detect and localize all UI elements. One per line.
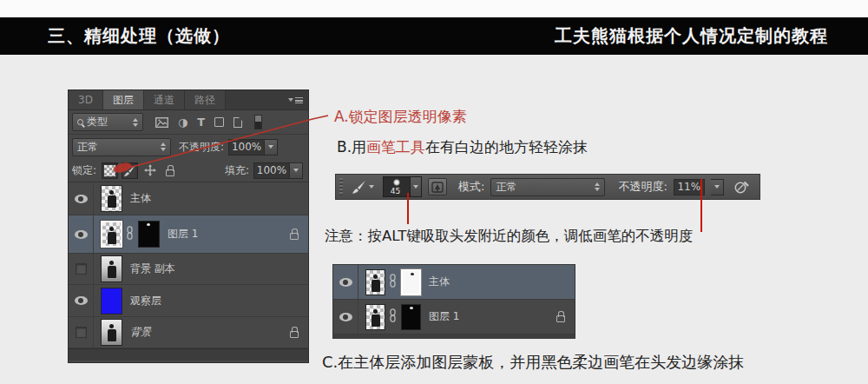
visibility-toggle[interactable] — [69, 182, 94, 215]
layer-mask-thumbnail[interactable] — [401, 304, 421, 330]
layer-row-zhuti-mask[interactable]: 主体 — [333, 265, 575, 300]
shape-filter-icon[interactable] — [214, 117, 224, 127]
layers-panel: 3D 图层 通道 路径 类型 正常 不透明度: — [68, 89, 309, 363]
lock-all-button[interactable] — [161, 162, 178, 179]
annotation-b-suffix: 在有白边的地方轻轻涂抹 — [425, 138, 588, 156]
layer-row-tuceng1[interactable]: 图层 1 — [69, 215, 308, 254]
layer-name: 背景 副本 — [130, 262, 308, 276]
brush-icon — [123, 164, 136, 177]
adjustment-filter-icon[interactable] — [178, 116, 187, 128]
fill-value[interactable]: 100% — [253, 162, 290, 179]
airbrush-icon — [733, 180, 750, 195]
opacity-dropdown-button[interactable] — [265, 139, 278, 156]
title-bar: 三、精细处理（选做） 工夫熊猫根据个人情况定制的教程 — [0, 17, 868, 55]
blend-mode-value: 正常 — [77, 140, 98, 155]
checkerboard-icon — [104, 165, 115, 176]
layer-thumbnail[interactable] — [101, 319, 122, 346]
brush-preset-picker[interactable]: 45 — [383, 176, 422, 197]
layer-thumbnail[interactable] — [101, 255, 122, 282]
mask-layers-panel: 主体 图层 1 — [332, 264, 575, 339]
eye-icon — [339, 278, 352, 287]
layer-thumbnail[interactable] — [101, 185, 122, 212]
annotation-b-prefix: B.用 — [337, 138, 366, 156]
panel-tab-bar: 3D 图层 通道 路径 — [69, 90, 308, 110]
top-margin — [0, 0, 868, 17]
layer-name: 主体 — [130, 191, 308, 206]
layer-mask-thumbnail[interactable] — [138, 221, 160, 248]
layer-filter-row: 类型 — [69, 110, 308, 135]
visibility-toggle[interactable] — [69, 285, 94, 316]
visibility-toggle[interactable] — [333, 300, 358, 334]
filter-kind-label: 类型 — [87, 115, 108, 129]
move-icon — [144, 164, 156, 176]
lock-position-button[interactable] — [141, 162, 158, 179]
brush-panel-icon — [431, 182, 444, 193]
layer-row-guanchaceng[interactable]: 观察层 — [69, 285, 308, 317]
layer-mask-thumbnail[interactable] — [401, 269, 421, 295]
eye-icon — [75, 230, 88, 239]
brush-preset-dropdown-button[interactable] — [411, 176, 422, 197]
eye-hidden-box — [76, 263, 87, 275]
layer-name: 主体 — [429, 275, 575, 289]
credit-title: 工夫熊猫根据个人情况定制的教程 — [555, 24, 828, 48]
brush-opacity-dropdown-button[interactable] — [711, 179, 724, 195]
visibility-toggle[interactable] — [69, 215, 94, 253]
layer-thumbnail[interactable] — [101, 221, 122, 248]
menu-icon — [295, 97, 303, 103]
smart-object-filter-icon[interactable] — [233, 117, 242, 128]
fill-label: 填充: — [225, 163, 249, 178]
mode-label: 模式: — [458, 179, 484, 195]
visibility-toggle[interactable] — [69, 254, 94, 284]
tab-channels[interactable]: 通道 — [144, 90, 185, 109]
opacity-value[interactable]: 100% — [228, 139, 265, 156]
opacity-label: 不透明度: — [179, 140, 224, 155]
lock-row: 锁定: 填充: 100% — [69, 159, 308, 182]
layer-thumbnail[interactable] — [101, 288, 122, 314]
panel-menu-button[interactable] — [288, 90, 308, 109]
padlock-icon — [166, 169, 174, 176]
tab-layers[interactable]: 图层 — [103, 90, 144, 109]
eye-icon — [75, 195, 88, 203]
fill-dropdown-button[interactable] — [290, 162, 303, 179]
rect-icon — [214, 117, 224, 127]
annotation-b: B.用画笔工具在有白边的地方轻轻涂抹 — [337, 137, 588, 157]
annotation-b-highlight: 画笔工具 — [366, 138, 425, 156]
tab-paths[interactable]: 路径 — [185, 90, 226, 109]
layer-row-beijing-fuben[interactable]: 背景 副本 — [69, 254, 308, 285]
type-filter-icon[interactable] — [197, 116, 205, 128]
link-icon — [126, 226, 134, 243]
brush-tool-button[interactable] — [349, 178, 377, 196]
eye-icon — [339, 313, 352, 321]
chevron-down-icon — [369, 185, 374, 189]
lock-transparency-button[interactable] — [102, 162, 118, 179]
layer-thumbnail[interactable] — [365, 304, 385, 330]
layer-thumbnail[interactable] — [365, 269, 385, 295]
filter-kind-select[interactable]: 类型 — [72, 113, 143, 131]
toolbar-grip — [339, 178, 343, 195]
airbrush-button[interactable] — [733, 180, 750, 195]
lock-paint-button[interactable] — [122, 162, 138, 179]
visibility-toggle[interactable] — [333, 265, 358, 299]
brush-opacity-label: 不透明度: — [618, 179, 667, 195]
lock-badge-icon — [556, 315, 565, 322]
layer-row-zhuti[interactable]: 主体 — [69, 182, 308, 215]
visibility-toggle[interactable] — [69, 317, 94, 348]
layer-name: 图层 1 — [168, 227, 290, 242]
blend-mode-select[interactable]: 正常 — [72, 138, 171, 156]
mode-select[interactable]: 正常 — [490, 178, 605, 196]
layer-name: 观察层 — [130, 294, 308, 308]
blend-row: 正常 不透明度: 100% — [69, 135, 308, 159]
mask-speck — [147, 223, 150, 226]
lock-label: 锁定: — [72, 163, 96, 178]
mode-value: 正常 — [496, 180, 516, 195]
tab-3d[interactable]: 3D — [69, 90, 103, 109]
updown-arrows-icon — [161, 142, 166, 151]
brush-opacity-value[interactable]: 11% — [674, 179, 705, 195]
layer-row-beijing[interactable]: 背景 — [69, 317, 308, 348]
brush-size-value: 45 — [384, 187, 407, 195]
toggle-brush-panel-button[interactable] — [428, 178, 447, 195]
link-icon — [389, 274, 397, 291]
layer-row-tuceng1-mask[interactable]: 图层 1 — [333, 300, 575, 334]
filter-toggle-icon[interactable] — [254, 115, 262, 129]
image-filter-icon[interactable] — [155, 117, 168, 128]
